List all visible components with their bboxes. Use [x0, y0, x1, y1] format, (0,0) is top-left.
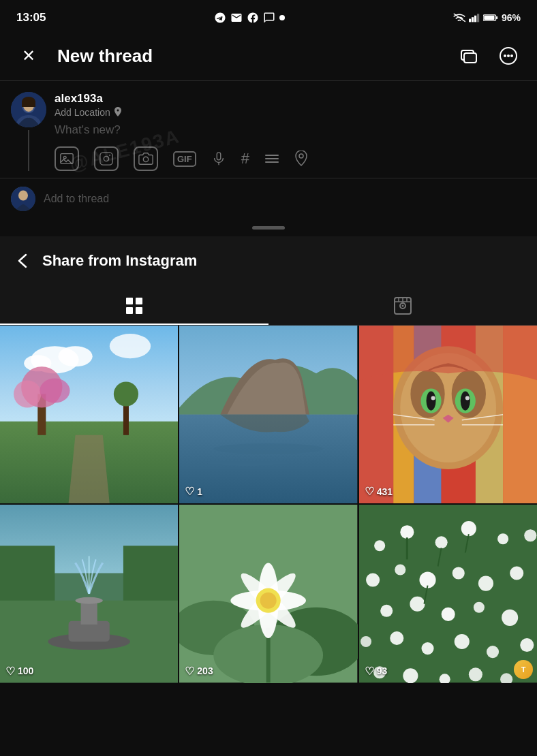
svg-point-123	[520, 638, 534, 652]
svg-point-10	[504, 54, 506, 57]
svg-point-73	[460, 391, 470, 410]
thread-line	[28, 130, 29, 171]
status-right: 96%	[453, 12, 521, 23]
mic-tool[interactable]	[211, 151, 226, 166]
photo-6[interactable]: ♡ 93 T	[359, 505, 537, 682]
photo-4[interactable]: ♡ 100	[0, 505, 178, 682]
drafts-button[interactable]	[454, 41, 484, 71]
notification-dot	[279, 15, 285, 20]
heart-icon-4: ♡	[185, 665, 194, 678]
photo-2[interactable]: ♡ 1	[179, 326, 357, 503]
svg-point-75	[465, 396, 469, 400]
svg-point-114	[410, 597, 425, 612]
signal-icon	[469, 13, 480, 22]
top-bar-left: ✕ New thread	[14, 41, 153, 71]
photo-5[interactable]: ♡ 203	[179, 505, 357, 682]
photo-5-likes: ♡ 203	[185, 665, 213, 678]
svg-point-106	[524, 530, 536, 542]
photo-3[interactable]: ♡ 431	[359, 326, 537, 503]
photo-6-image	[359, 505, 537, 682]
svg-point-117	[502, 610, 518, 626]
drafts-icon	[459, 46, 478, 65]
menu-tool[interactable]	[264, 153, 279, 164]
svg-point-31	[18, 191, 28, 201]
share-title: Share from Instagram	[42, 252, 197, 270]
telegram-icon	[214, 12, 226, 24]
svg-rect-5	[496, 16, 497, 19]
svg-point-99	[260, 593, 277, 609]
message-icon	[263, 12, 275, 24]
wifi-icon	[453, 13, 465, 22]
photo-1-image	[0, 326, 178, 503]
add-thread-avatar	[11, 187, 35, 211]
tab-bar	[0, 287, 537, 326]
svg-point-20	[63, 156, 66, 159]
facebook-icon	[247, 12, 259, 24]
share-header: Share from Instagram	[0, 236, 537, 287]
location-text: Add Location	[55, 107, 110, 118]
svg-rect-32	[126, 298, 133, 304]
svg-point-24	[143, 157, 148, 161]
tab-grid[interactable]	[0, 287, 268, 325]
svg-rect-18	[22, 101, 35, 107]
close-icon: ✕	[22, 46, 35, 65]
username: alex193a	[55, 92, 103, 106]
svg-point-121	[454, 634, 469, 649]
add-thread-row[interactable]: Add to thread	[0, 178, 537, 222]
more-icon	[499, 46, 518, 65]
svg-rect-100	[359, 505, 537, 682]
compose-area: alex193a Add Location What's new? @ALE19…	[0, 81, 537, 178]
photo-5-image	[179, 505, 357, 682]
user-avatar[interactable]	[11, 92, 46, 127]
svg-rect-3	[477, 14, 479, 22]
compose-main: alex193a Add Location What's new? @ALE19…	[11, 92, 526, 171]
status-time: 13:05	[16, 11, 46, 25]
gif-tool[interactable]: GIF	[173, 151, 196, 167]
location-icon	[113, 107, 123, 118]
svg-point-74	[431, 396, 435, 400]
photo-1[interactable]	[0, 326, 178, 503]
pin-icon	[294, 151, 308, 167]
hashtag-tool[interactable]: #	[241, 150, 249, 168]
photo-4-likes: ♡ 100	[5, 665, 33, 678]
svg-point-72	[426, 391, 435, 410]
location-row[interactable]: Add Location	[55, 107, 526, 118]
back-button[interactable]	[14, 246, 31, 276]
svg-rect-2	[474, 16, 476, 22]
user-row: alex193a	[55, 92, 526, 106]
heart-icon-2: ♡	[365, 485, 374, 498]
location-tool[interactable]	[294, 151, 308, 167]
compose-placeholder[interactable]: What's new?	[55, 123, 526, 137]
photo-2-likes: ♡ 1	[185, 485, 202, 498]
svg-rect-0	[469, 19, 471, 22]
avatar-image	[11, 92, 46, 127]
mic-icon	[211, 151, 226, 166]
svg-point-111	[478, 576, 493, 591]
heart-icon: ♡	[185, 485, 194, 498]
svg-point-107	[366, 573, 380, 587]
heart-icon-5: ♡	[365, 665, 374, 678]
svg-point-101	[374, 541, 385, 552]
svg-point-54	[114, 381, 138, 406]
compose-content: alex193a Add Location What's new? @ALE19…	[55, 92, 526, 171]
svg-point-113	[380, 605, 393, 617]
svg-point-57	[214, 443, 324, 454]
drag-handle-container	[0, 222, 537, 236]
svg-point-116	[474, 602, 485, 613]
battery-icon	[483, 14, 498, 22]
svg-point-104	[461, 521, 476, 536]
photo-6-likes: ♡ 93	[365, 665, 388, 678]
svg-point-102	[400, 525, 414, 539]
status-icons	[214, 12, 285, 24]
close-button[interactable]: ✕	[14, 41, 44, 71]
svg-point-127	[468, 668, 482, 682]
page-title: New thread	[57, 46, 153, 67]
avatar-col	[11, 92, 46, 171]
svg-rect-33	[136, 298, 142, 304]
svg-point-52	[40, 378, 70, 403]
photo-3-likes: ♡ 431	[365, 485, 393, 498]
tab-reels[interactable]	[268, 287, 537, 325]
svg-point-122	[487, 646, 499, 658]
more-button[interactable]	[493, 41, 523, 71]
svg-point-38	[402, 305, 404, 307]
